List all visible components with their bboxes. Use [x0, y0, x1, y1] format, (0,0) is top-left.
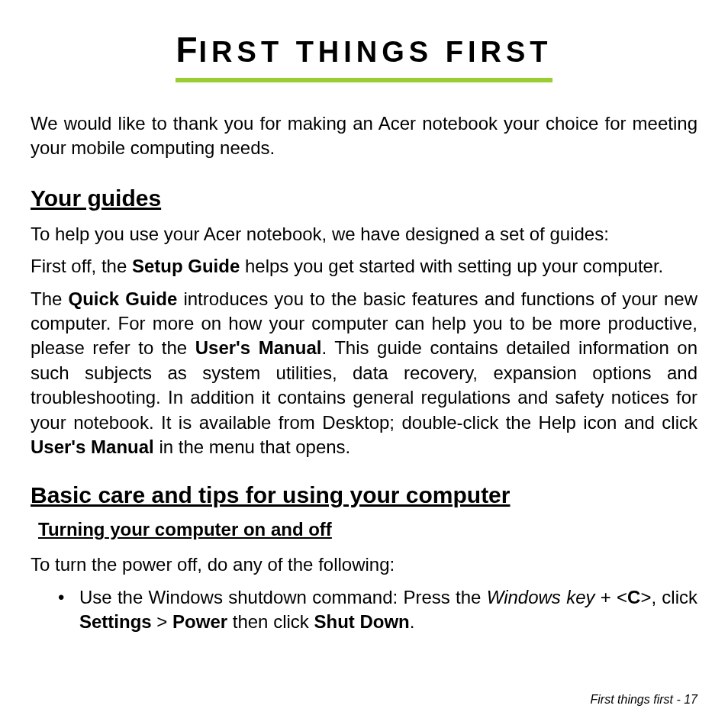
section-your-guides: Your guides To help you use your Acer no… — [31, 185, 697, 460]
title-first-letter: F — [176, 30, 198, 69]
guides-p3: The Quick Guide introduces you to the ba… — [31, 287, 697, 460]
subheading-turning-on-off: Turning your computer on and off — [38, 519, 697, 540]
page-footer: First things first - 17 — [591, 693, 697, 707]
heading-your-guides: Your guides — [31, 185, 697, 211]
title-rest: IRST THINGS FIRST — [199, 36, 552, 68]
bold-quick-guide: Quick Guide — [68, 288, 177, 309]
care-p1: To turn the power off, do any of the fol… — [31, 552, 697, 577]
section-basic-care: Basic care and tips for using your compu… — [31, 482, 697, 634]
bold-power: Power — [172, 611, 227, 632]
guides-p2: First off, the Setup Guide helps you get… — [31, 254, 697, 279]
bold-setup-guide: Setup Guide — [132, 256, 240, 276]
bold-users-manual-2: User's Manual — [31, 436, 154, 457]
intro-paragraph: We would like to thank you for making an… — [31, 111, 697, 161]
bold-key-c: C — [627, 587, 640, 607]
bold-shut-down: Shut Down — [314, 611, 409, 632]
care-list: Use the Windows shutdown command: Press … — [31, 585, 697, 635]
bold-users-manual-1: User's Manual — [195, 337, 322, 358]
guides-p1: To help you use your Acer notebook, we h… — [31, 222, 697, 246]
italic-windows-key: Windows key — [487, 587, 595, 607]
heading-basic-care: Basic care and tips for using your compu… — [31, 482, 697, 508]
list-item: Use the Windows shutdown command: Press … — [58, 585, 697, 635]
page-title-wrapper: FIRST THINGS FIRST — [31, 29, 697, 82]
page-title: FIRST THINGS FIRST — [176, 29, 552, 82]
bold-settings: Settings — [79, 611, 152, 632]
